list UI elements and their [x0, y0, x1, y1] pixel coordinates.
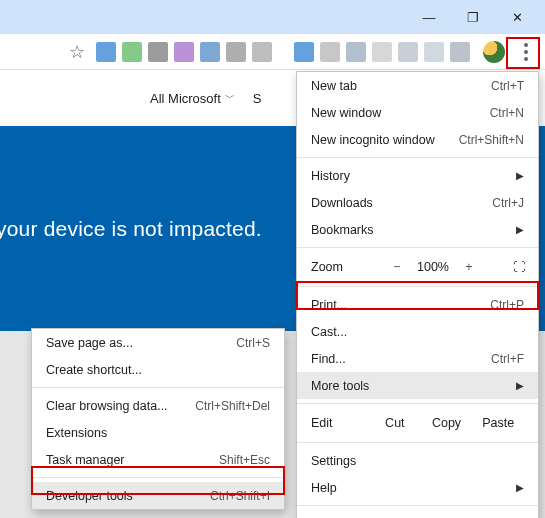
menu-item-new-incognito[interactable]: New incognito windowCtrl+Shift+N [297, 126, 538, 153]
menu-item-exit[interactable]: Exit [297, 510, 538, 518]
submenu-arrow-icon: ▶ [516, 482, 524, 493]
extension-icon[interactable] [294, 42, 314, 62]
window-minimize-button[interactable]: — [407, 2, 451, 32]
nav-all-microsoft[interactable]: All Microsoft [150, 91, 221, 106]
menu-item-new-tab[interactable]: New tabCtrl+T [297, 72, 538, 99]
submenu-arrow-icon: ▶ [516, 380, 524, 391]
extension-icon[interactable] [226, 42, 246, 62]
menu-item-cast[interactable]: Cast... [297, 318, 538, 345]
menu-item-zoom: Zoom − 100% + ⛶ [297, 252, 538, 282]
menu-item-more-tools[interactable]: More tools▶ [297, 372, 538, 399]
edit-cut-button[interactable]: Cut [369, 416, 421, 430]
window-maximize-button[interactable]: ❐ [451, 2, 495, 32]
menu-item-history[interactable]: History▶ [297, 162, 538, 189]
nav-search[interactable]: S [253, 91, 262, 106]
menu-item-edit: Edit Cut Copy Paste [297, 408, 538, 438]
extension-icon[interactable] [174, 42, 194, 62]
extension-icon[interactable] [320, 42, 340, 62]
menu-item-find[interactable]: Find...Ctrl+F [297, 345, 538, 372]
extension-icon[interactable] [398, 42, 418, 62]
submenu-item-extensions[interactable]: Extensions [32, 419, 284, 446]
submenu-item-developer-tools[interactable]: Developer toolsCtrl+Shift+I [32, 482, 284, 509]
menu-item-bookmarks[interactable]: Bookmarks▶ [297, 216, 538, 243]
extension-icon[interactable] [252, 42, 272, 62]
extension-icon[interactable] [424, 42, 444, 62]
extension-icon[interactable] [372, 42, 392, 62]
extension-icon[interactable] [346, 42, 366, 62]
edit-paste-button[interactable]: Paste [472, 416, 524, 430]
extension-icon[interactable] [200, 42, 220, 62]
submenu-item-save-page[interactable]: Save page as...Ctrl+S [32, 329, 284, 356]
extension-icon[interactable] [122, 42, 142, 62]
chevron-down-icon: ﹀ [225, 91, 235, 105]
submenu-item-task-manager[interactable]: Task managerShift+Esc [32, 446, 284, 473]
menu-item-settings[interactable]: Settings [297, 447, 538, 474]
extension-icon[interactable] [96, 42, 116, 62]
zoom-out-button[interactable]: − [383, 260, 411, 274]
zoom-level: 100% [411, 260, 455, 274]
close-icon: ✕ [512, 10, 523, 25]
window-close-button[interactable]: ✕ [495, 2, 539, 32]
bookmark-star-icon[interactable]: ☆ [69, 41, 85, 63]
menu-item-downloads[interactable]: DownloadsCtrl+J [297, 189, 538, 216]
menu-item-new-window[interactable]: New windowCtrl+N [297, 99, 538, 126]
more-tools-submenu: Save page as...Ctrl+S Create shortcut...… [31, 328, 285, 510]
fullscreen-icon[interactable]: ⛶ [513, 260, 524, 274]
menu-item-help[interactable]: Help▶ [297, 474, 538, 501]
banner-text: your device is not impacted. [0, 217, 262, 241]
zoom-in-button[interactable]: + [455, 260, 483, 274]
chrome-main-menu: New tabCtrl+T New windowCtrl+N New incog… [296, 71, 539, 518]
profile-avatar[interactable] [483, 41, 505, 63]
window-titlebar: — ❐ ✕ [0, 0, 545, 34]
submenu-item-create-shortcut[interactable]: Create shortcut... [32, 356, 284, 383]
minimize-icon: — [423, 10, 436, 25]
menu-item-print[interactable]: Print...Ctrl+P [297, 291, 538, 318]
extension-icon[interactable] [148, 42, 168, 62]
chrome-menu-button[interactable] [513, 39, 539, 65]
maximize-icon: ❐ [467, 10, 479, 25]
browser-toolbar: ☆ [0, 34, 545, 70]
submenu-arrow-icon: ▶ [516, 170, 524, 181]
extension-icon[interactable] [450, 42, 470, 62]
submenu-arrow-icon: ▶ [516, 224, 524, 235]
edit-copy-button[interactable]: Copy [421, 416, 473, 430]
submenu-item-clear-browsing-data[interactable]: Clear browsing data...Ctrl+Shift+Del [32, 392, 284, 419]
